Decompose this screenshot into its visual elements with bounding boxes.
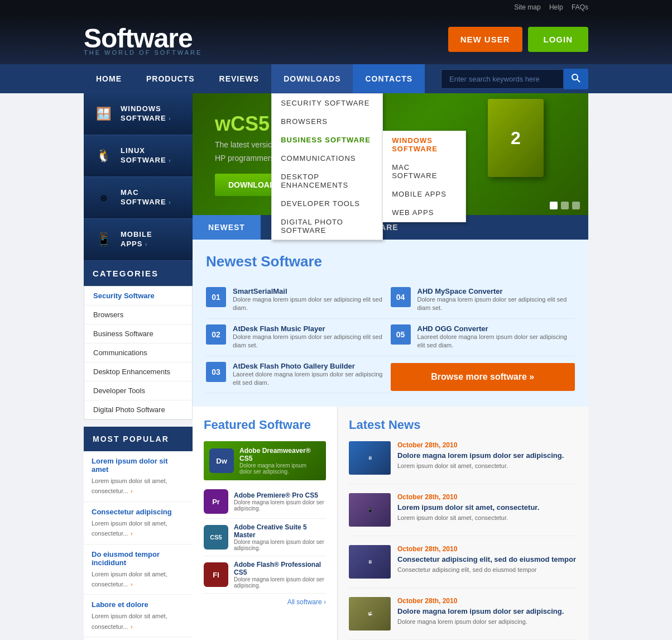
cat-communications[interactable]: Communications [84, 343, 192, 362]
dropdown-business-link[interactable]: Business Software [272, 131, 382, 149]
featured-name-3: Adobe Creative Suite 5 Master [234, 523, 326, 539]
business-submenu: Windows Software Mac Software Mobile App… [382, 131, 466, 222]
all-software-link[interactable]: All software › [204, 598, 326, 606]
search-icon [572, 74, 580, 83]
news-desc-2: Lorem ipsum dolor sit amet, consectetur. [397, 514, 539, 522]
news-title-1[interactable]: Dolore magna lorem ipsum dolor ser adipi… [397, 451, 564, 460]
software-right-col: 04 AHD MySpace Converter Dolore magna lo… [391, 281, 575, 393]
tab-newest[interactable]: NEWEST [193, 215, 261, 240]
software-name-2[interactable]: AtDesk Flash Music Player [233, 324, 391, 333]
categories-header: CATEGORIES [84, 261, 193, 286]
popular-desc-1: Lorem ipsum dolor sit amet, consectetur.… [92, 477, 167, 494]
cat-desktop[interactable]: Desktop Enhancements [84, 362, 192, 381]
nav-contacts[interactable]: CONTACTS [353, 64, 425, 93]
news-title-2[interactable]: Lorem ipsum dolor sit amet, consectetur. [397, 503, 539, 512]
news-title-4[interactable]: Dolore magna lorem ipsum dolor ser adipi… [397, 607, 564, 615]
featured-item-1[interactable]: Dw Adobe Dreamweaver® CS5 Dolore magna l… [204, 441, 326, 480]
news-date-1: October 28th, 2010 [397, 441, 564, 449]
software-num-3: 03 [206, 362, 226, 382]
featured-desc-3: Dolore magna lorem ipsum dolor ser adipi… [234, 539, 326, 551]
mobile-icon: 📱 [93, 229, 114, 250]
news-section: Latest News 🖥 October 28th, 2010 Dolore … [338, 407, 588, 640]
top-bar: Site map Help FAQs [0, 0, 672, 15]
cat-business[interactable]: Business Software [84, 324, 192, 343]
popular-more-4[interactable]: › [131, 623, 133, 630]
mac-arrow: › [169, 199, 171, 206]
featured-icon-cs5: CS5 [204, 525, 228, 550]
cat-security[interactable]: Security Software [84, 286, 192, 305]
nav-reviews[interactable]: REVIEWS [207, 64, 272, 93]
newuser-button[interactable]: NEW USER [448, 27, 522, 52]
os-mobile[interactable]: 📱 MOBILEAPPS › [84, 219, 193, 261]
featured-desc-1: Dolore magna lorem ipsum dolor ser adipi… [239, 462, 320, 475]
news-title-3[interactable]: Consectetur adipiscing elit, sed do eius… [397, 555, 576, 563]
mobile-arrow: › [145, 241, 147, 247]
popular-title-2[interactable]: Consectetur adipiscing [92, 508, 185, 516]
news-content-1: October 28th, 2010 Dolore magna lorem ip… [397, 441, 564, 475]
featured-name-2: Adobe Premiere® Pro CS5 [234, 491, 326, 499]
submenu-mobile[interactable]: Mobile Apps [383, 185, 465, 203]
featured-item-4[interactable]: Fl Adobe Flash® Professional CS5 Dolore … [204, 556, 326, 594]
windows-arrow: › [169, 116, 171, 122]
news-item-2: 📱 October 28th, 2010 Lorem ipsum dolor s… [349, 493, 577, 536]
dropdown-browsers[interactable]: Browsers [272, 112, 382, 131]
featured-item-2[interactable]: Pr Adobe Premiere® Pro CS5 Dolore magna … [204, 485, 326, 519]
header-buttons: NEW USER LOGIN [448, 27, 588, 52]
search-button[interactable] [564, 69, 588, 89]
news-rest: News [388, 418, 420, 432]
popular-more-2[interactable]: › [131, 530, 133, 537]
nav-products[interactable]: PRODUCTS [134, 64, 207, 93]
submenu-webapps[interactable]: Web Apps [383, 203, 465, 222]
dropdown-security[interactable]: Security Software [272, 94, 382, 112]
browse-more-button[interactable]: Browse more software » [391, 363, 575, 391]
popular-more-1[interactable]: › [131, 488, 133, 494]
popular-item: Lorem ipsum dolor sit amet Lorem ipsum d… [84, 451, 193, 502]
cat-developer[interactable]: Developer Tools [84, 381, 192, 400]
linux-icon: 🐧 [93, 145, 114, 166]
popular-desc-3: Lorem ipsum dolor sit amet, consectetur.… [92, 571, 167, 588]
hero-dot-2[interactable] [561, 202, 569, 209]
popular-list: Lorem ipsum dolor sit amet Lorem ipsum d… [84, 451, 193, 640]
dropdown-desktop[interactable]: Desktop Enhancements [272, 168, 382, 194]
dropdown-communications[interactable]: Communications [272, 149, 382, 168]
software-info-5: AHD OGG Converter Laoreet dolore magna l… [417, 324, 575, 350]
login-button[interactable]: LOGIN [528, 27, 589, 52]
hero-dot-3[interactable] [572, 202, 580, 209]
popular-title-4[interactable]: Labore et dolore [92, 600, 185, 609]
software-name-3[interactable]: AtDesk Flash Photo Gallery Builder [233, 362, 391, 370]
software-name-1[interactable]: SmartSerialMail [233, 287, 391, 295]
help-link[interactable]: Help [549, 3, 563, 11]
sitemap-link[interactable]: Site map [514, 3, 540, 11]
news-date-3: October 28th, 2010 [397, 545, 576, 553]
dropdown-developer[interactable]: Developer Tools [272, 194, 382, 213]
nav-home[interactable]: HOME [84, 64, 134, 93]
popular-title-3[interactable]: Do eiusmod tempor incididunt [92, 550, 185, 567]
os-windows[interactable]: 🪟 WINDOWSSOFTWARE › [84, 93, 193, 135]
news-image-3: 🖥 [349, 545, 391, 579]
popular-item: Do eiusmod tempor incididunt Lorem ipsum… [84, 545, 193, 595]
hero-title-regular: w [215, 112, 231, 135]
faqs-link[interactable]: FAQs [572, 3, 588, 11]
os-linux[interactable]: 🐧 LINUXSOFTWARE › [84, 135, 193, 177]
nav-downloads[interactable]: DOWNLOADS Security Software Browsers Bus… [271, 64, 353, 93]
newest-title: Newest Software [206, 253, 575, 270]
software-name-4[interactable]: AHD MySpace Converter [417, 287, 575, 295]
dropdown-photo[interactable]: Digital Photo Software [272, 213, 382, 240]
downloads-dropdown: Security Software Browsers Business Soft… [271, 93, 383, 240]
search-input[interactable] [441, 69, 564, 89]
software-name-5[interactable]: AHD OGG Converter [417, 324, 575, 333]
popular-more-3[interactable]: › [131, 581, 133, 588]
hero-dot-1[interactable] [550, 202, 558, 209]
featured-info-4: Adobe Flash® Professional CS5 Dolore mag… [234, 561, 326, 589]
submenu-mac[interactable]: Mac Software [383, 158, 465, 185]
news-content-3: October 28th, 2010 Consectetur adipiscin… [397, 545, 576, 579]
software-num-4: 04 [391, 287, 411, 307]
software-item: 05 AHD OGG Converter Laoreet dolore magn… [391, 319, 575, 356]
submenu-windows[interactable]: Windows Software [383, 131, 465, 158]
news-date-2: October 28th, 2010 [397, 493, 539, 501]
popular-title-1[interactable]: Lorem ipsum dolor sit amet [92, 457, 185, 474]
cat-photo[interactable]: Digital Photo Software [84, 400, 192, 419]
cat-browsers[interactable]: Browsers [84, 305, 192, 324]
featured-item-3[interactable]: CS5 Adobe Creative Suite 5 Master Dolore… [204, 519, 326, 556]
os-mac[interactable]: ⊗ MACSOFTWARE › [84, 177, 193, 219]
